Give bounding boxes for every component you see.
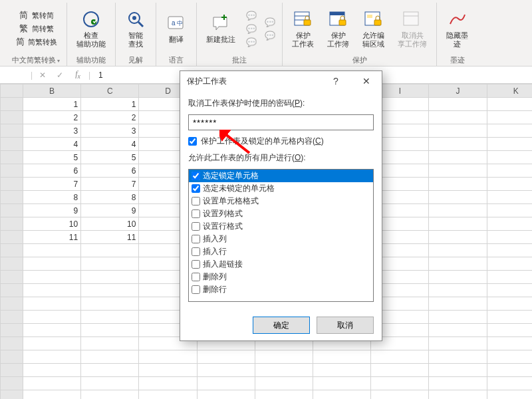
cell[interactable]: 11 (23, 231, 80, 244)
name-box[interactable] (5, 68, 28, 82)
dialog-help-button[interactable]: ? (321, 71, 351, 91)
cancel-formula-icon[interactable]: ✕ (35, 70, 50, 80)
row-header[interactable] (1, 111, 23, 124)
cell[interactable] (487, 178, 532, 191)
permission-checkbox[interactable] (192, 260, 200, 269)
cell[interactable] (23, 337, 80, 350)
cell[interactable]: 1 (81, 98, 139, 111)
permission-checkbox[interactable] (192, 172, 200, 180)
row-header[interactable] (1, 271, 23, 284)
cell[interactable] (81, 337, 139, 350)
cell[interactable] (487, 377, 532, 390)
cell[interactable] (81, 244, 139, 257)
password-input[interactable] (188, 114, 374, 130)
cell[interactable] (487, 297, 532, 311)
row-header[interactable] (1, 284, 23, 297)
row-header[interactable] (1, 231, 23, 244)
btn-hide-ink[interactable]: 隐藏墨 迹 (444, 7, 471, 50)
cell[interactable] (429, 124, 487, 138)
cell[interactable] (197, 390, 255, 400)
row-header[interactable] (1, 364, 23, 377)
cell[interactable] (487, 98, 532, 111)
cell[interactable] (429, 244, 487, 257)
cell[interactable]: 5 (81, 151, 139, 164)
cell[interactable] (429, 284, 487, 297)
cell[interactable] (429, 377, 487, 390)
cell[interactable] (487, 244, 532, 257)
cell[interactable]: 4 (23, 138, 80, 151)
cell[interactable] (81, 390, 139, 400)
cell[interactable] (487, 151, 532, 164)
cell[interactable] (197, 377, 255, 390)
select-all-corner[interactable] (1, 84, 23, 98)
row-header[interactable] (1, 164, 23, 178)
cell[interactable] (313, 390, 371, 400)
cell[interactable] (487, 271, 532, 284)
cell[interactable]: 4 (81, 138, 139, 151)
cell[interactable]: 10 (81, 217, 139, 231)
cell[interactable] (429, 217, 487, 231)
cell[interactable] (23, 284, 80, 297)
cell[interactable] (23, 311, 80, 324)
row-header[interactable] (1, 151, 23, 164)
cell[interactable] (429, 337, 487, 350)
cell[interactable] (429, 191, 487, 204)
btn-check-accessibility[interactable]: 检查 辅助功能 (74, 7, 108, 50)
cell[interactable] (487, 164, 532, 178)
cell[interactable] (429, 311, 487, 324)
btn-new-comment[interactable]: 新建批注 (203, 11, 238, 45)
permission-item[interactable]: 选定锁定单元格 (189, 170, 373, 182)
protect-cells-checkbox[interactable] (188, 137, 197, 146)
cell[interactable] (487, 124, 532, 138)
cell[interactable] (139, 390, 197, 400)
cell[interactable]: 7 (23, 178, 80, 191)
cell[interactable] (313, 364, 371, 377)
cell[interactable] (429, 138, 487, 151)
cell[interactable] (429, 297, 487, 311)
row-header[interactable] (1, 98, 23, 111)
cell[interactable] (371, 377, 429, 390)
cell[interactable] (23, 364, 80, 377)
cell[interactable] (23, 324, 80, 337)
cell[interactable] (487, 324, 532, 337)
btn-translate[interactable]: a中 翻译 (163, 11, 190, 45)
cell[interactable] (23, 377, 80, 390)
cell[interactable] (81, 350, 139, 364)
cell[interactable] (81, 364, 139, 377)
cell[interactable]: 10 (23, 217, 80, 231)
cell[interactable] (313, 377, 371, 390)
cell[interactable]: 5 (23, 151, 80, 164)
row-header[interactable] (1, 350, 23, 364)
cell[interactable]: 9 (23, 204, 80, 217)
cell[interactable] (429, 151, 487, 164)
cell[interactable] (23, 390, 80, 400)
btn-jian-to-fan[interactable]: 繁简转繁 (19, 23, 54, 35)
cell[interactable]: 7 (81, 178, 139, 191)
row-header[interactable] (1, 178, 23, 191)
row-header[interactable] (1, 257, 23, 271)
cell[interactable] (81, 311, 139, 324)
row-header[interactable] (1, 244, 23, 257)
cell[interactable]: 9 (81, 204, 139, 217)
cell[interactable] (371, 364, 429, 377)
cell[interactable] (487, 390, 532, 400)
cell[interactable] (487, 111, 532, 124)
cell[interactable] (139, 350, 197, 364)
cell[interactable] (255, 377, 313, 390)
cell[interactable] (487, 257, 532, 271)
permission-item[interactable]: 删除行 (189, 283, 373, 296)
cell[interactable] (313, 350, 371, 364)
row-header[interactable] (1, 124, 23, 138)
row-header[interactable] (1, 138, 23, 151)
cancel-button[interactable]: 取消 (317, 317, 374, 334)
column-header[interactable]: J (429, 84, 487, 98)
dialog-close-button[interactable]: ✕ (351, 71, 382, 91)
btn-protect-sheet[interactable]: 保护 工作表 (289, 7, 317, 50)
permission-checkbox[interactable] (192, 235, 200, 243)
cell[interactable] (81, 297, 139, 311)
row-header[interactable] (1, 191, 23, 204)
cell[interactable] (81, 257, 139, 271)
accept-formula-icon[interactable]: ✓ (53, 70, 67, 80)
cell[interactable] (487, 138, 532, 151)
permission-checkbox[interactable] (192, 197, 200, 205)
